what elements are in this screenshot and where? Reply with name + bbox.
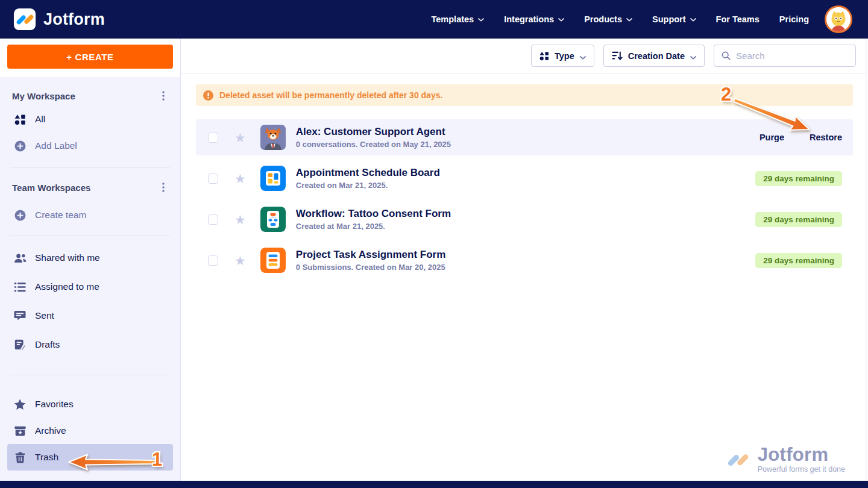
sidebar-item-label: Archive [35,425,66,436]
sidebar-item-label: Create team [35,210,86,221]
my-workspace-title: My Workspace [12,91,75,101]
workflow-app-icon [260,207,286,232]
jotform-logo-icon [13,8,36,31]
days-remaining-badge: 29 days remaining [755,253,842,268]
plus-circle-icon [13,210,27,221]
asset-row-workflow[interactable]: ★ Workflow: Tattoo Conse [196,201,853,237]
row-checkbox[interactable] [208,174,218,184]
sidebar-item-archive[interactable]: Archive [7,418,173,444]
chevron-down-icon [558,18,564,22]
asset-meta: 0 conversations. Created on May 21, 2025 [296,140,451,149]
user-avatar[interactable] [825,5,852,33]
days-remaining-badge: 29 days remaining [755,171,842,186]
agent-fox-avatar [260,125,286,150]
asset-info: Project Task Assignment Form 0 Submissio… [296,249,445,272]
row-checkbox[interactable] [208,255,218,266]
scrollbar-track[interactable] [866,39,868,481]
sidebar-item-trash[interactable]: Trash [7,444,173,471]
kebab-icon [162,91,165,101]
watermark-tagline: Powerful forms get it done [758,465,845,474]
archive-box-icon [13,426,27,436]
sidebar-item-shared-with-me[interactable]: Shared with me [7,243,173,272]
chevron-down-icon [690,18,696,22]
asset-row-board[interactable]: ★ Appointment Schedule Board [196,160,853,196]
sort-button[interactable]: Creation Date [603,45,705,67]
sidebar-item-label: All [35,114,45,125]
asset-title: Workflow: Tattoo Consent Form [296,208,451,220]
shapes-icon [13,114,27,125]
sidebar-group-shared: Shared with me Assigned to me [7,243,173,359]
search-box [714,45,856,67]
asset-meta: Created at Mar 21, 2025. [296,222,451,231]
sidebar-item-sent[interactable]: Sent [7,301,173,330]
favorite-star-icon[interactable]: ★ [234,254,246,267]
bottom-bar [0,481,868,488]
restore-button[interactable]: Restore [810,133,842,142]
main-toolbar: Type Creation Date [181,39,868,74]
row-actions: Purge Restore [760,133,842,142]
asset-row-form[interactable]: ★ Project Task Assignment Form 0 Submiss… [196,242,853,278]
nav-item-integrations[interactable]: Integrations [504,14,564,24]
asset-title: Project Task Assignment Form [296,249,445,261]
trash-warning-banner: Deleted asset will be permanently delete… [196,84,853,106]
row-checkbox[interactable] [208,214,218,225]
cat-avatar-icon [826,7,851,31]
days-remaining-badge: 29 days remaining [755,212,842,227]
asset-meta: 0 Submissions. Created on Mar 20, 2025 [296,263,445,272]
nav-item-products[interactable]: Products [584,14,632,24]
jotform-watermark: Jotform Powerful forms get it done [724,445,845,474]
asset-row-agent[interactable]: ★ [196,119,853,155]
team-workspaces-menu-button[interactable] [159,181,168,193]
sidebar-item-label: Sent [35,310,54,321]
sidebar-item-label: Favorites [35,399,74,410]
row-checkbox[interactable] [208,133,218,143]
form-app-icon [260,248,286,273]
sidebar-item-label: Add Label [35,140,77,151]
row-actions: 29 days remaining [755,171,842,186]
search-input[interactable] [736,51,848,61]
purge-button[interactable]: Purge [760,133,784,142]
create-button[interactable]: + CREATE [7,45,173,69]
sidebar: + CREATE My Workspace All [0,39,181,481]
asset-title: Appointment Schedule Board [296,167,440,179]
sidebar-header: + CREATE [0,39,180,77]
top-navbar: Jotform Templates Integrations Products … [0,0,868,39]
sidebar-item-drafts[interactable]: Drafts [7,330,173,359]
asset-info: Alex: Customer Support Agent 0 conversat… [296,126,451,149]
sidebar-item-add-label[interactable]: Add Label [7,133,173,159]
nav-item-support[interactable]: Support [652,14,696,24]
sidebar-item-label: Assigned to me [35,281,99,292]
row-actions: 29 days remaining [755,212,842,227]
divider [10,167,171,168]
sidebar-item-create-team[interactable]: Create team [7,202,173,228]
asset-info: Appointment Schedule Board Created on Ma… [296,167,440,190]
my-workspace-section: My Workspace [7,86,173,106]
brand-name: Jotform [43,10,105,29]
chat-bubble-icon [13,310,27,321]
divider [10,236,171,236]
favorite-star-icon[interactable]: ★ [234,213,246,226]
asset-info: Workflow: Tattoo Consent Form Created at… [296,208,451,231]
draft-document-icon [13,339,27,351]
sidebar-item-assigned-to-me[interactable]: Assigned to me [7,272,173,301]
kebab-icon [162,183,165,192]
main-content: Deleted asset will be permanently delete… [181,74,868,481]
board-app-icon [260,166,286,191]
my-workspace-menu-button[interactable] [159,90,168,102]
nav-item-templates[interactable]: Templates [432,14,485,24]
nav-item-pricing[interactable]: Pricing [779,14,809,24]
jotform-logo[interactable]: Jotform [13,8,105,31]
team-workspaces-title: Team Workspaces [12,183,90,193]
sidebar-item-favorites[interactable]: Favorites [7,391,173,418]
trash-icon [13,452,27,463]
banner-text: Deleted asset will be permanently delete… [219,90,442,100]
sort-icon [612,51,623,61]
star-icon [13,399,27,410]
sidebar-item-all[interactable]: All [7,106,173,133]
favorite-star-icon[interactable]: ★ [234,131,246,144]
sidebar-item-label: Shared with me [35,252,100,263]
favorite-star-icon[interactable]: ★ [234,172,246,185]
type-filter-button[interactable]: Type [531,45,594,67]
people-icon [13,253,27,263]
nav-item-for-teams[interactable]: For Teams [716,14,760,24]
